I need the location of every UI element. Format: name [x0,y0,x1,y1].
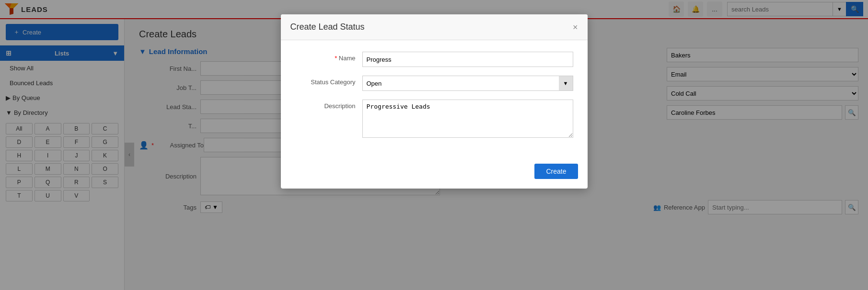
modal-name-input[interactable] [362,52,573,67]
modal-description-row: Description Progressive Leads [295,100,573,138]
modal-status-category-row: Status Category Open Closed Converted ▼ [295,76,573,91]
modal-name-label: * Name [295,52,362,62]
modal-close-btn[interactable]: × [573,23,578,32]
modal-description-textarea[interactable]: Progressive Leads [362,100,573,138]
modal-status-category-select[interactable]: Open Closed Converted [362,76,573,91]
create-lead-status-modal: Create Lead Status × * Name Status Categ… [281,14,588,189]
modal-footer: Create [281,158,588,189]
modal-status-category-label: Status Category [295,76,362,86]
modal-name-row: * Name [295,52,573,67]
modal-select-wrap: Open Closed Converted ▼ [362,76,573,91]
modal-title: Create Lead Status [290,22,365,32]
modal-header: Create Lead Status × [281,14,588,40]
modal-description-label: Description [295,100,362,110]
modal-create-button[interactable]: Create [534,164,578,179]
modal-required-star: * [335,55,337,62]
modal-body: * Name Status Category Open Closed Conve… [281,40,588,158]
modal-overlay: Create Lead Status × * Name Status Categ… [0,0,868,290]
